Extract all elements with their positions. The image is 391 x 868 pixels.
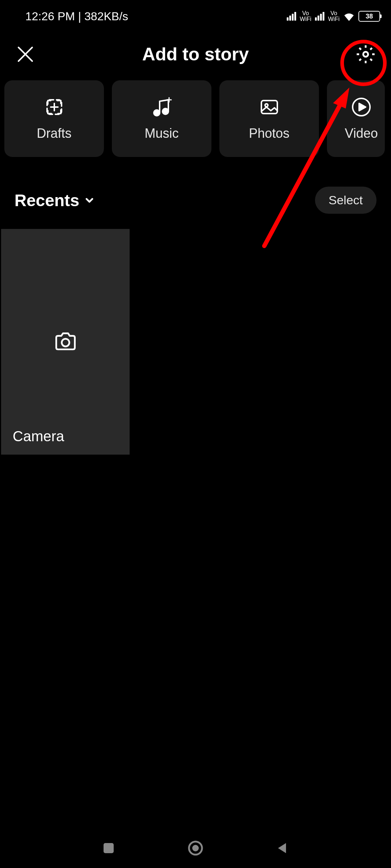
photos-label: Photos — [249, 126, 289, 141]
signal-strength-1-icon — [287, 12, 296, 21]
camera-icon — [53, 329, 78, 354]
chevron-down-icon — [84, 195, 95, 206]
status-time: 12:26 PM | 382KB/s — [25, 10, 128, 23]
camera-tile[interactable]: Camera — [1, 229, 130, 455]
drafts-label: Drafts — [37, 126, 71, 141]
circle-icon — [188, 840, 203, 856]
svg-rect-20 — [104, 843, 114, 853]
recents-label: Recents — [14, 191, 79, 210]
vo-wifi-label-1: Vo WiFi — [300, 10, 311, 22]
select-button[interactable]: Select — [315, 187, 377, 214]
page-title: Add to story — [142, 44, 249, 65]
svg-marker-18 — [359, 103, 366, 111]
svg-point-9 — [163, 109, 168, 114]
battery-icon: 38 — [358, 11, 380, 22]
android-nav-bar — [0, 828, 391, 868]
recents-nav-button[interactable] — [100, 839, 118, 857]
video-tile[interactable]: Video — [327, 80, 385, 157]
music-icon — [151, 96, 173, 118]
recents-dropdown[interactable]: Recents — [14, 191, 95, 210]
recents-row: Recents Select — [0, 161, 391, 225]
status-indicators: Vo WiFi Vo WiFi 38 — [287, 10, 380, 22]
status-bar: 12:26 PM | 382KB/s Vo WiFi Vo WiFi 38 — [0, 0, 391, 33]
camera-label: Camera — [13, 428, 64, 444]
svg-marker-23 — [278, 843, 286, 853]
svg-point-22 — [192, 845, 199, 851]
close-button[interactable] — [14, 43, 36, 65]
signal-strength-2-icon — [315, 12, 324, 21]
svg-point-2 — [363, 52, 368, 57]
video-label: Video — [345, 126, 378, 141]
music-tile[interactable]: Music — [112, 80, 211, 157]
svg-point-16 — [265, 104, 268, 107]
music-label: Music — [144, 126, 178, 141]
gear-icon — [356, 44, 375, 64]
drafts-icon — [43, 96, 65, 118]
header: Add to story — [0, 33, 391, 76]
back-nav-button[interactable] — [273, 839, 291, 857]
video-icon — [350, 96, 372, 118]
home-nav-button[interactable] — [186, 839, 205, 857]
battery-level: 38 — [366, 13, 373, 20]
wifi-icon — [343, 12, 355, 21]
gallery-grid: Camera — [0, 225, 391, 455]
svg-rect-15 — [261, 101, 277, 114]
triangle-back-icon — [276, 842, 289, 855]
vo-wifi-label-2: Vo WiFi — [328, 10, 340, 22]
photos-tile[interactable]: Photos — [219, 80, 319, 157]
drafts-tile[interactable]: Drafts — [4, 80, 104, 157]
svg-point-8 — [154, 110, 160, 116]
settings-button[interactable] — [355, 43, 377, 65]
close-icon — [16, 45, 34, 63]
photos-icon — [258, 96, 280, 118]
square-icon — [102, 842, 115, 855]
svg-point-19 — [62, 339, 69, 346]
story-options-row[interactable]: Drafts Music Photos — [0, 76, 391, 161]
